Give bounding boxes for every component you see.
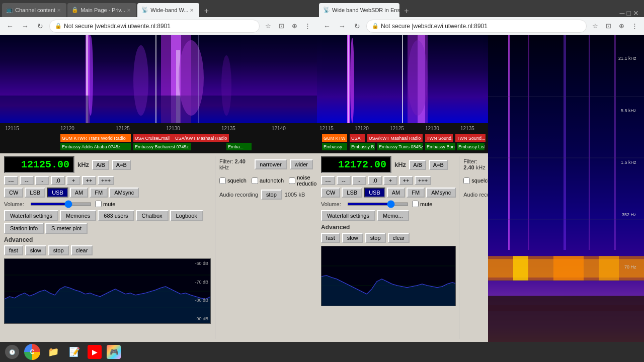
station-right-gum: GUM KTW	[322, 134, 347, 142]
taskbar-icon-youtube[interactable]: ▶	[88, 345, 102, 359]
nav-waterfall-settings-left[interactable]: Waterfall settings	[4, 210, 58, 221]
bookmark-icon-right[interactable]: ☆	[590, 21, 601, 32]
inc-btn-right-dot[interactable]: .0	[368, 176, 382, 185]
speed-fast-left[interactable]: fast	[4, 245, 23, 255]
maximize-btn-right[interactable]: □	[627, 9, 631, 17]
mode-am-right[interactable]: AM	[387, 188, 406, 198]
speed-clear-right[interactable]: clear	[388, 233, 410, 243]
speed-fast-right[interactable]: fast	[321, 233, 340, 243]
address-box-left[interactable]: 🔒 Not secure | websdr.ewi.utwente.nl:890…	[49, 20, 260, 33]
speed-stop-left[interactable]: stop	[48, 245, 69, 255]
squelch-checkbox-left[interactable]	[219, 177, 226, 184]
mute-checkbox-left[interactable]	[95, 201, 102, 207]
refresh-btn-left[interactable]: ↻	[34, 20, 46, 32]
wider-btn-left[interactable]: wider	[290, 159, 313, 169]
tab-close-channel[interactable]: ✕	[55, 7, 62, 14]
right-chrome-tabs: 📡 Wide band WebSDR in Ens... ✕ + ─ □ ✕	[317, 0, 644, 17]
new-tab-button-left[interactable]: +	[200, 5, 212, 17]
narrower-btn-left[interactable]: narrower	[255, 159, 286, 169]
speed-clear-left[interactable]: clear	[71, 245, 93, 255]
forward-btn-right[interactable]: →	[336, 20, 348, 32]
address-box-right[interactable]: 🔒 Not secure | websdr.ewi.utwente.nl:890…	[366, 20, 587, 33]
inc-btn-dot[interactable]: .0	[51, 176, 65, 185]
squelch-checkbox-right[interactable]	[463, 177, 470, 184]
aeb-button-left[interactable]: A=B	[112, 160, 131, 170]
inc-btn-right-minus2[interactable]: --	[337, 176, 351, 185]
waterfall-left[interactable]	[0, 35, 317, 123]
tab-label-wideband-right: Wide band WebSDR in Ens...	[332, 7, 399, 13]
svg-point-7	[88, 35, 93, 116]
inc-btn-right-minus1[interactable]: -	[352, 176, 366, 185]
inc-btn-plus3[interactable]: +++	[98, 176, 114, 185]
bookmark-icon-left[interactable]: ☆	[263, 21, 274, 32]
inc-btn-minus1[interactable]: -	[35, 176, 49, 185]
speed-slow-right[interactable]: slow	[342, 233, 363, 243]
tab-wideband-left[interactable]: 📡 Wide-band W... ✕	[137, 3, 199, 17]
tab-close-wideband[interactable]: ✕	[188, 7, 195, 14]
menu-icon-left[interactable]: ⋮	[302, 21, 313, 32]
frequency-display-right[interactable]: 12172.00	[321, 156, 391, 173]
speed-stop-right[interactable]: stop	[365, 233, 386, 243]
inc-btn-minus2[interactable]: --	[20, 176, 34, 185]
zoom-icon-left[interactable]: ⊕	[289, 21, 300, 32]
mode-amsync-right[interactable]: AMsync	[426, 188, 456, 198]
menu-icon-right[interactable]: ⋮	[629, 21, 640, 32]
inc-btn-right-plus2[interactable]: ++	[399, 176, 413, 185]
taskbar-icon-files[interactable]: 📁	[45, 344, 61, 360]
inc-btn-plus1[interactable]: +	[66, 176, 80, 185]
aeb-button-right[interactable]: A=B	[429, 160, 448, 170]
inc-btn-right-plus3[interactable]: +++	[415, 176, 431, 185]
mode-amsync-left[interactable]: AMsync	[109, 188, 139, 198]
new-tab-button-right[interactable]: +	[400, 5, 413, 17]
minimize-btn-right[interactable]: ─	[620, 9, 625, 17]
tab-main-page[interactable]: 🔒 Main Page · Priv... ✕	[67, 3, 136, 17]
nav-memo-right[interactable]: Memo...	[377, 210, 409, 221]
mode-fm-left[interactable]: FM	[90, 188, 108, 198]
mode-cw-right[interactable]: CW	[321, 188, 340, 198]
taskbar-icon-chrome[interactable]: C	[24, 344, 40, 360]
mode-usb-left[interactable]: USB	[47, 188, 68, 198]
tab-wideband-right[interactable]: 📡 Wide band WebSDR in Ens... ✕	[319, 3, 399, 17]
back-btn-right[interactable]: ←	[321, 20, 333, 32]
tab-search-icon-left[interactable]: ⊡	[276, 21, 287, 32]
nav-683users-left[interactable]: 683 users	[98, 210, 134, 221]
tab-search-icon-right[interactable]: ⊡	[603, 21, 614, 32]
volume-slider-left[interactable]	[31, 203, 91, 206]
mode-lsb-right[interactable]: LSB	[342, 188, 362, 198]
inc-btn-right-minus3[interactable]: ---	[321, 176, 335, 185]
nav-memories-left[interactable]: Memories	[60, 210, 96, 221]
inc-btn-minus3[interactable]: ---	[4, 176, 18, 185]
volume-slider-right[interactable]	[348, 203, 408, 206]
nav-stationinfo-left[interactable]: Station info	[4, 223, 44, 234]
zoom-icon-right[interactable]: ⊕	[616, 21, 627, 32]
close-btn-right[interactable]: ✕	[633, 9, 639, 17]
nav-smeter-left[interactable]: S-meter plot	[45, 223, 88, 234]
tab-channel-content[interactable]: 📺 Channel content ✕	[2, 3, 66, 17]
ab-button-left[interactable]: A/B	[92, 160, 109, 170]
noise-reduction-checkbox-left[interactable]	[289, 177, 295, 184]
autonotch-checkbox-left[interactable]	[252, 177, 258, 184]
nav-waterfall-right[interactable]: Waterfall settings	[321, 210, 375, 221]
forward-btn-left[interactable]: →	[19, 20, 31, 32]
waterfall-right-small[interactable]	[317, 35, 488, 123]
taskbar-icon-docs[interactable]: 📝	[66, 344, 83, 360]
speed-slow-left[interactable]: slow	[25, 245, 46, 255]
nav-chatbox-left[interactable]: Chatbox	[136, 210, 169, 221]
taskbar-icon-play[interactable]: 🎮	[107, 345, 121, 359]
mode-fm-right[interactable]: FM	[407, 188, 425, 198]
mode-cw-left[interactable]: CW	[4, 188, 23, 198]
mode-am-left[interactable]: AM	[70, 188, 89, 198]
frequency-display-left[interactable]: 12125.00	[4, 156, 74, 173]
inc-btn-plus2[interactable]: ++	[82, 176, 96, 185]
tab-close-main[interactable]: ✕	[125, 7, 132, 14]
refresh-btn-right[interactable]: ↻	[351, 20, 363, 32]
back-btn-left[interactable]: ←	[4, 20, 16, 32]
mode-lsb-left[interactable]: LSB	[25, 188, 45, 198]
filter-controls-left: Filter: 2.40 kHz narrower wider squelch …	[215, 156, 313, 339]
ab-button-right[interactable]: A/B	[409, 160, 426, 170]
mute-checkbox-right[interactable]	[412, 201, 419, 207]
inc-btn-right-plus1[interactable]: +	[383, 176, 397, 185]
nav-logbook-left[interactable]: Logbook	[170, 210, 203, 221]
mode-usb-right[interactable]: USB	[364, 188, 385, 198]
stop-btn-left[interactable]: stop	[261, 190, 282, 200]
